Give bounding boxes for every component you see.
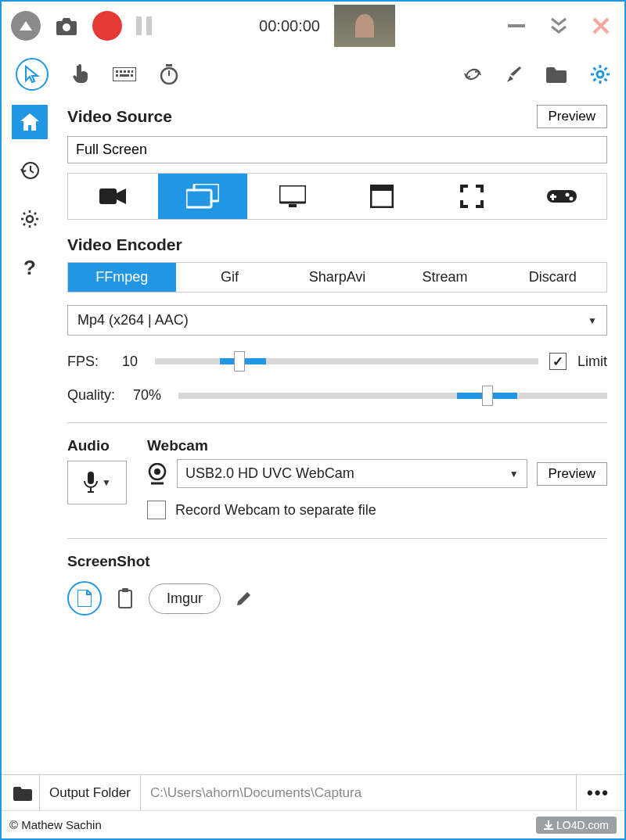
- stopwatch-icon: [160, 64, 178, 84]
- folder-button[interactable]: [546, 66, 567, 83]
- svg-rect-31: [88, 472, 94, 484]
- folder-icon: [13, 785, 32, 801]
- click-tool[interactable]: [72, 64, 89, 84]
- svg-rect-1: [136, 16, 142, 35]
- record-button[interactable]: [92, 11, 122, 41]
- gear-icon: [20, 210, 39, 228]
- tab-stream[interactable]: Stream: [391, 263, 499, 292]
- divider: [67, 538, 607, 539]
- home-icon: [20, 113, 39, 131]
- webcam-preview-button[interactable]: Preview: [537, 462, 607, 486]
- svg-point-16: [597, 71, 603, 77]
- history-icon: [20, 161, 39, 180]
- encoder-tabs: FFmpeg Gif SharpAvi Stream Discard: [67, 262, 607, 293]
- svg-rect-19: [99, 188, 117, 204]
- settings-button[interactable]: [590, 64, 610, 84]
- brush-icon: [505, 65, 523, 84]
- source-screens[interactable]: [158, 174, 248, 219]
- webcam-device: USB2.0 HD UVC WebCam: [185, 465, 354, 482]
- svg-rect-25: [370, 185, 394, 191]
- preview-button[interactable]: Preview: [537, 105, 607, 128]
- svg-point-0: [63, 23, 70, 31]
- tab-discard[interactable]: Discard: [498, 263, 606, 292]
- source-game[interactable]: [516, 174, 606, 219]
- close-button[interactable]: [587, 17, 615, 34]
- tab-sharpavi[interactable]: SharpAvi: [283, 263, 391, 292]
- caret-down-icon: ▼: [588, 315, 597, 326]
- tab-ffmpeg[interactable]: FFmpeg: [68, 263, 176, 292]
- source-desktop[interactable]: [247, 174, 337, 219]
- refresh-button[interactable]: [463, 65, 482, 84]
- svg-rect-21: [186, 190, 211, 207]
- svg-rect-12: [131, 74, 133, 77]
- svg-rect-11: [120, 74, 129, 77]
- file-icon: [77, 590, 92, 607]
- source-camera[interactable]: [68, 174, 158, 219]
- video-encoder-title: Video Encoder: [67, 235, 607, 254]
- output-folder-more-button[interactable]: •••: [576, 775, 620, 810]
- output-folder-path[interactable]: C:\Users\ahorn\Documents\Captura: [141, 785, 576, 801]
- sidebar-help[interactable]: ?: [12, 250, 48, 285]
- svg-rect-7: [124, 70, 126, 73]
- pause-button[interactable]: [136, 16, 152, 35]
- minimize-button[interactable]: [502, 24, 531, 27]
- fps-value: 10: [122, 354, 144, 370]
- quality-label: Quality:: [67, 387, 122, 404]
- collapse-button[interactable]: [11, 11, 41, 41]
- sidebar-home[interactable]: [12, 105, 48, 139]
- screenshot-imgur-button[interactable]: Imgur: [149, 583, 221, 614]
- cursor-tool[interactable]: [16, 58, 49, 91]
- audio-select[interactable]: ▼: [67, 461, 127, 504]
- svg-rect-3: [508, 24, 525, 27]
- copyright: © Mathew Sachin: [9, 818, 102, 831]
- svg-point-33: [154, 468, 160, 475]
- camera-icon: [55, 16, 78, 35]
- source-region[interactable]: [427, 174, 517, 219]
- svg-point-18: [27, 216, 33, 222]
- screenshot-button[interactable]: [55, 16, 78, 35]
- folder-icon: [546, 66, 567, 83]
- tab-gif[interactable]: Gif: [176, 263, 284, 292]
- format-select[interactable]: Mp4 (x264 | AAC) ▼: [67, 305, 607, 336]
- refresh-icon: [463, 65, 482, 84]
- pencil-icon: [236, 591, 252, 606]
- monitor-icon: [279, 185, 306, 207]
- svg-rect-28: [550, 196, 556, 198]
- webcam-thumbnail[interactable]: [334, 5, 395, 47]
- svg-rect-9: [131, 70, 133, 73]
- clipboard-icon: [117, 588, 133, 608]
- timer-tool[interactable]: [160, 64, 178, 84]
- triangle-up-icon: [20, 21, 32, 31]
- screenshot-file-button[interactable]: [67, 581, 102, 616]
- sidebar-settings[interactable]: [12, 202, 48, 236]
- webcam-title: Webcam: [147, 437, 607, 454]
- fps-limit-checkbox[interactable]: [549, 353, 567, 370]
- svg-rect-35: [122, 588, 128, 592]
- webcam-separate-checkbox[interactable]: [147, 501, 166, 519]
- svg-rect-13: [166, 64, 172, 66]
- footer: © Mathew Sachin LO4D.com: [2, 810, 624, 838]
- timer-display: 00:00:00: [259, 17, 320, 35]
- webcam-icon: [147, 463, 167, 485]
- keystroke-tool[interactable]: [113, 67, 136, 81]
- screenshot-title: ScreenShot: [67, 553, 607, 570]
- sidebar: ?: [2, 99, 58, 774]
- svg-rect-6: [120, 70, 122, 73]
- video-source-input[interactable]: [67, 136, 607, 163]
- svg-point-29: [565, 193, 569, 197]
- svg-rect-8: [128, 70, 130, 73]
- svg-rect-23: [289, 204, 297, 207]
- sidebar-recent[interactable]: [12, 153, 48, 188]
- webcam-device-select[interactable]: USB2.0 HD UVC WebCam ▼: [177, 459, 527, 488]
- screenshot-edit-button[interactable]: [236, 591, 252, 606]
- expand-down-button[interactable]: [545, 17, 573, 34]
- lo4d-badge: LO4D.com: [536, 817, 617, 834]
- content-panel: Video Source Preview Video: [58, 99, 624, 774]
- source-window[interactable]: [337, 174, 427, 219]
- screenshot-clipboard-button[interactable]: [117, 588, 133, 608]
- fps-slider[interactable]: [155, 358, 538, 364]
- quality-slider[interactable]: [178, 393, 607, 399]
- video-camera-icon: [99, 187, 126, 206]
- brush-button[interactable]: [505, 65, 523, 84]
- output-folder-open-button[interactable]: [6, 785, 39, 801]
